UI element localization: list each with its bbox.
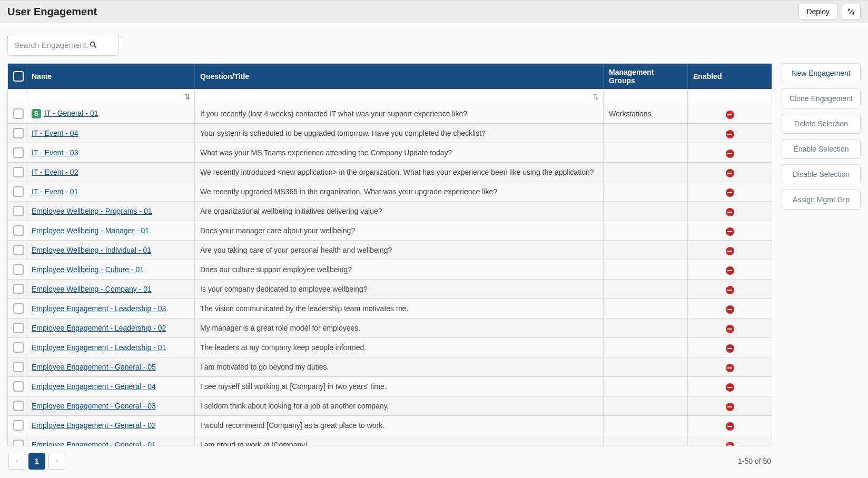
page-prev-button[interactable] <box>8 453 25 470</box>
col-question[interactable]: Question/Title <box>194 64 603 89</box>
new-engagement-button[interactable]: New Engagement <box>782 63 861 83</box>
engagement-link[interactable]: IT - Event - 04 <box>32 129 78 137</box>
pagination-range: 1-50 of 50 <box>738 457 771 465</box>
row-checkbox-cell <box>8 260 26 280</box>
row-enabled-cell <box>687 357 772 377</box>
col-name[interactable]: Name <box>26 64 194 89</box>
engagement-link[interactable]: IT - General - 01 <box>44 109 98 117</box>
row-name-cell: Employee Engagement - Leadership - 03 <box>26 299 194 318</box>
engagement-table-container[interactable]: Name Question/Title Management Groups En… <box>7 63 772 446</box>
row-mgmt-cell <box>603 221 687 241</box>
engagement-link[interactable]: Employee Wellbeing - Company - 01 <box>32 285 152 293</box>
deploy-button[interactable]: Deploy <box>798 4 837 19</box>
row-checkbox-cell <box>8 416 26 435</box>
row-checkbox[interactable] <box>13 167 24 177</box>
row-checkbox[interactable] <box>13 362 24 372</box>
row-question-cell: What was your MS Teams experience attend… <box>194 143 603 163</box>
row-checkbox[interactable] <box>13 420 24 431</box>
engagement-link[interactable]: Employee Engagement - General - 04 <box>32 382 156 391</box>
row-question-cell: If you recently (last 4 weeks) contacted… <box>194 104 603 124</box>
row-checkbox-cell <box>8 163 26 182</box>
engagement-link[interactable]: Employee Engagement - Leadership - 03 <box>32 304 166 313</box>
clone-engagement-button[interactable]: Clone Engagement <box>782 88 861 108</box>
row-checkbox[interactable] <box>13 342 24 353</box>
side-actions: New Engagement Clone Engagement Delete S… <box>782 63 861 476</box>
row-checkbox[interactable] <box>13 284 24 294</box>
row-checkbox-cell <box>8 338 26 357</box>
sort-icon[interactable]: ⇅ <box>184 93 190 101</box>
delete-selection-button[interactable]: Delete Selection <box>782 114 861 134</box>
filter-question-cell[interactable]: ⇅ <box>194 89 603 104</box>
table-footer: 1 1-50 of 50 <box>7 446 772 476</box>
filter-mgmt-cell[interactable] <box>603 89 687 104</box>
engagement-link[interactable]: Employee Wellbeing - Programs - 01 <box>32 207 152 215</box>
disable-selection-button[interactable]: Disable Selection <box>782 164 861 184</box>
row-enabled-cell <box>687 104 772 124</box>
filter-name-cell[interactable]: ⇅ <box>26 89 194 104</box>
engagement-link[interactable]: Employee Engagement - Leadership - 01 <box>32 343 166 352</box>
engagement-link[interactable]: Employee Engagement - General - 02 <box>32 421 156 430</box>
row-checkbox-cell <box>8 299 26 318</box>
row-checkbox[interactable] <box>13 401 24 411</box>
row-checkbox[interactable] <box>13 264 24 275</box>
table-row: Employee Engagement - General - 05I am m… <box>8 357 772 377</box>
engagement-link[interactable]: Employee Engagement - General - 03 <box>32 402 156 410</box>
row-checkbox[interactable] <box>13 245 24 255</box>
row-checkbox[interactable] <box>13 147 24 158</box>
engagement-link[interactable]: Employee Engagement - General - 01 <box>32 441 156 446</box>
row-checkbox[interactable] <box>13 225 24 236</box>
select-all-checkbox[interactable] <box>13 71 24 82</box>
row-checkbox[interactable] <box>13 303 24 314</box>
row-enabled-cell <box>687 338 772 357</box>
assign-mgmt-grp-button[interactable]: Assign Mgmt Grp <box>782 190 861 210</box>
row-checkbox-cell <box>8 435 26 446</box>
engagement-link[interactable]: Employee Engagement - Leadership - 02 <box>32 324 166 332</box>
filter-enabled-cell[interactable] <box>687 89 772 104</box>
row-checkbox[interactable] <box>13 440 24 446</box>
row-checkbox-cell <box>8 318 26 338</box>
row-checkbox-cell <box>8 241 26 260</box>
enable-selection-button[interactable]: Enable Selection <box>782 139 861 159</box>
search-input[interactable] <box>13 40 89 50</box>
row-checkbox[interactable] <box>13 186 24 197</box>
search-bar <box>7 34 861 56</box>
chevron-left-icon <box>14 459 19 464</box>
row-mgmt-cell <box>603 299 687 318</box>
engagement-link[interactable]: Employee Wellbeing - Manager - 01 <box>32 226 149 235</box>
row-checkbox[interactable] <box>13 323 24 333</box>
search-field[interactable] <box>7 34 119 56</box>
expand-button[interactable] <box>842 4 861 19</box>
engagement-link[interactable]: Employee Wellbeing - Individual - 01 <box>32 246 151 254</box>
col-enabled[interactable]: Enabled <box>687 64 772 89</box>
disabled-icon <box>726 442 734 446</box>
page-next-button[interactable] <box>48 453 65 470</box>
row-checkbox-cell <box>8 396 26 416</box>
row-checkbox[interactable] <box>13 128 24 138</box>
table-row: IT - Event - 03What was your MS Teams ex… <box>8 143 772 163</box>
disabled-icon <box>726 169 734 177</box>
sort-icon[interactable]: ⇅ <box>593 93 599 101</box>
row-enabled-cell <box>687 280 772 299</box>
row-mgmt-cell <box>603 377 687 396</box>
col-mgmt[interactable]: Management Groups <box>603 64 687 89</box>
table-row: Employee Wellbeing - Individual - 01Are … <box>8 241 772 260</box>
engagement-link[interactable]: Employee Engagement - General - 05 <box>32 363 156 371</box>
search-icon[interactable] <box>89 41 97 49</box>
row-name-cell: Employee Engagement - General - 05 <box>26 357 194 377</box>
engagement-link[interactable]: IT - Event - 02 <box>32 168 78 176</box>
disabled-icon <box>726 227 734 236</box>
row-checkbox[interactable] <box>13 381 24 392</box>
row-checkbox-cell <box>8 182 26 202</box>
engagement-link[interactable]: IT - Event - 01 <box>32 187 78 196</box>
row-checkbox[interactable] <box>13 108 24 119</box>
col-checkbox[interactable] <box>8 64 26 89</box>
table-row: Employee Engagement - General - 03I seld… <box>8 396 772 416</box>
page-number-button[interactable]: 1 <box>28 453 45 470</box>
engagement-link[interactable]: IT - Event - 03 <box>32 148 78 157</box>
row-question-cell: Does your manager care about your wellbe… <box>194 221 603 241</box>
row-mgmt-cell <box>603 143 687 163</box>
row-mgmt-cell <box>603 416 687 435</box>
row-question-cell: We recently upgraded MS365 in the organi… <box>194 182 603 202</box>
engagement-link[interactable]: Employee Wellbeing - Culture - 01 <box>32 265 144 274</box>
row-checkbox[interactable] <box>13 206 24 216</box>
